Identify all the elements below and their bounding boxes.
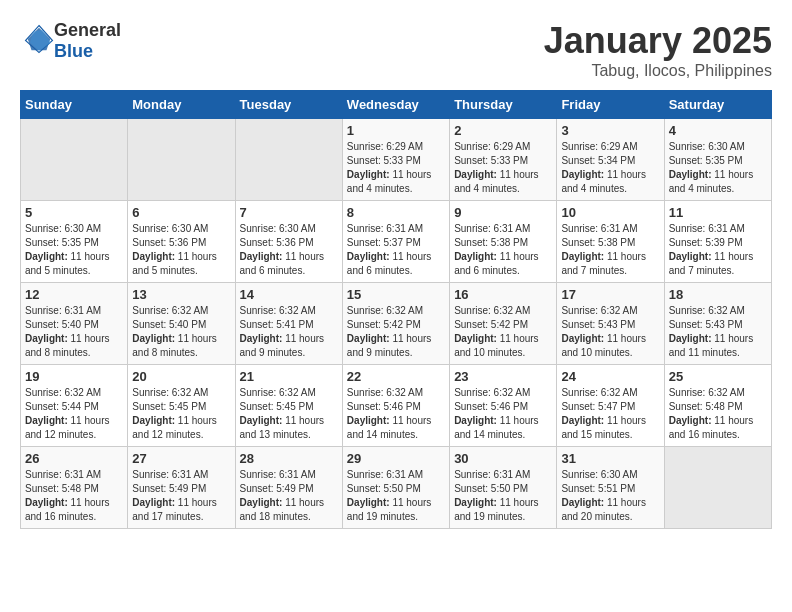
day-cell: 31Sunrise: 6:30 AMSunset: 5:51 PMDayligh… bbox=[557, 447, 664, 529]
header-cell-tuesday: Tuesday bbox=[235, 91, 342, 119]
logo: General Blue bbox=[20, 20, 121, 62]
day-number: 2 bbox=[454, 123, 552, 138]
calendar-header: SundayMondayTuesdayWednesdayThursdayFrid… bbox=[21, 91, 772, 119]
day-info: Sunrise: 6:31 AMSunset: 5:48 PMDaylight:… bbox=[25, 468, 123, 524]
day-info: Sunrise: 6:32 AMSunset: 5:45 PMDaylight:… bbox=[132, 386, 230, 442]
logo-image bbox=[20, 24, 54, 58]
day-info: Sunrise: 6:29 AMSunset: 5:34 PMDaylight:… bbox=[561, 140, 659, 196]
day-info: Sunrise: 6:32 AMSunset: 5:46 PMDaylight:… bbox=[347, 386, 445, 442]
day-number: 6 bbox=[132, 205, 230, 220]
day-number: 9 bbox=[454, 205, 552, 220]
day-number: 31 bbox=[561, 451, 659, 466]
day-number: 1 bbox=[347, 123, 445, 138]
day-cell: 15Sunrise: 6:32 AMSunset: 5:42 PMDayligh… bbox=[342, 283, 449, 365]
day-info: Sunrise: 6:29 AMSunset: 5:33 PMDaylight:… bbox=[347, 140, 445, 196]
calendar-table: SundayMondayTuesdayWednesdayThursdayFrid… bbox=[20, 90, 772, 529]
day-info: Sunrise: 6:32 AMSunset: 5:46 PMDaylight:… bbox=[454, 386, 552, 442]
calendar-subtitle: Tabug, Ilocos, Philippines bbox=[544, 62, 772, 80]
header-cell-monday: Monday bbox=[128, 91, 235, 119]
day-cell: 20Sunrise: 6:32 AMSunset: 5:45 PMDayligh… bbox=[128, 365, 235, 447]
day-number: 12 bbox=[25, 287, 123, 302]
day-info: Sunrise: 6:30 AMSunset: 5:35 PMDaylight:… bbox=[669, 140, 767, 196]
day-cell: 9Sunrise: 6:31 AMSunset: 5:38 PMDaylight… bbox=[450, 201, 557, 283]
week-row-3: 12Sunrise: 6:31 AMSunset: 5:40 PMDayligh… bbox=[21, 283, 772, 365]
day-number: 17 bbox=[561, 287, 659, 302]
day-cell: 10Sunrise: 6:31 AMSunset: 5:38 PMDayligh… bbox=[557, 201, 664, 283]
day-info: Sunrise: 6:31 AMSunset: 5:40 PMDaylight:… bbox=[25, 304, 123, 360]
day-number: 26 bbox=[25, 451, 123, 466]
day-number: 5 bbox=[25, 205, 123, 220]
header-cell-wednesday: Wednesday bbox=[342, 91, 449, 119]
day-info: Sunrise: 6:31 AMSunset: 5:49 PMDaylight:… bbox=[132, 468, 230, 524]
day-cell: 1Sunrise: 6:29 AMSunset: 5:33 PMDaylight… bbox=[342, 119, 449, 201]
day-info: Sunrise: 6:31 AMSunset: 5:38 PMDaylight:… bbox=[454, 222, 552, 278]
day-cell: 26Sunrise: 6:31 AMSunset: 5:48 PMDayligh… bbox=[21, 447, 128, 529]
day-cell bbox=[128, 119, 235, 201]
day-cell: 18Sunrise: 6:32 AMSunset: 5:43 PMDayligh… bbox=[664, 283, 771, 365]
title-area: January 2025 Tabug, Ilocos, Philippines bbox=[544, 20, 772, 80]
header-cell-friday: Friday bbox=[557, 91, 664, 119]
calendar-title: January 2025 bbox=[544, 20, 772, 62]
header-row: SundayMondayTuesdayWednesdayThursdayFrid… bbox=[21, 91, 772, 119]
day-cell: 2Sunrise: 6:29 AMSunset: 5:33 PMDaylight… bbox=[450, 119, 557, 201]
day-info: Sunrise: 6:32 AMSunset: 5:41 PMDaylight:… bbox=[240, 304, 338, 360]
day-info: Sunrise: 6:29 AMSunset: 5:33 PMDaylight:… bbox=[454, 140, 552, 196]
calendar-body: 1Sunrise: 6:29 AMSunset: 5:33 PMDaylight… bbox=[21, 119, 772, 529]
day-cell: 3Sunrise: 6:29 AMSunset: 5:34 PMDaylight… bbox=[557, 119, 664, 201]
day-number: 28 bbox=[240, 451, 338, 466]
day-info: Sunrise: 6:32 AMSunset: 5:43 PMDaylight:… bbox=[561, 304, 659, 360]
day-cell: 29Sunrise: 6:31 AMSunset: 5:50 PMDayligh… bbox=[342, 447, 449, 529]
day-info: Sunrise: 6:32 AMSunset: 5:47 PMDaylight:… bbox=[561, 386, 659, 442]
day-info: Sunrise: 6:30 AMSunset: 5:36 PMDaylight:… bbox=[132, 222, 230, 278]
day-number: 13 bbox=[132, 287, 230, 302]
day-info: Sunrise: 6:31 AMSunset: 5:38 PMDaylight:… bbox=[561, 222, 659, 278]
day-number: 11 bbox=[669, 205, 767, 220]
day-number: 27 bbox=[132, 451, 230, 466]
day-info: Sunrise: 6:32 AMSunset: 5:44 PMDaylight:… bbox=[25, 386, 123, 442]
week-row-2: 5Sunrise: 6:30 AMSunset: 5:35 PMDaylight… bbox=[21, 201, 772, 283]
day-cell bbox=[21, 119, 128, 201]
day-cell: 13Sunrise: 6:32 AMSunset: 5:40 PMDayligh… bbox=[128, 283, 235, 365]
day-cell: 30Sunrise: 6:31 AMSunset: 5:50 PMDayligh… bbox=[450, 447, 557, 529]
day-number: 18 bbox=[669, 287, 767, 302]
week-row-5: 26Sunrise: 6:31 AMSunset: 5:48 PMDayligh… bbox=[21, 447, 772, 529]
day-cell: 19Sunrise: 6:32 AMSunset: 5:44 PMDayligh… bbox=[21, 365, 128, 447]
day-number: 3 bbox=[561, 123, 659, 138]
day-cell: 16Sunrise: 6:32 AMSunset: 5:42 PMDayligh… bbox=[450, 283, 557, 365]
day-number: 8 bbox=[347, 205, 445, 220]
day-cell: 22Sunrise: 6:32 AMSunset: 5:46 PMDayligh… bbox=[342, 365, 449, 447]
day-cell bbox=[235, 119, 342, 201]
header-cell-thursday: Thursday bbox=[450, 91, 557, 119]
day-info: Sunrise: 6:31 AMSunset: 5:37 PMDaylight:… bbox=[347, 222, 445, 278]
day-cell: 23Sunrise: 6:32 AMSunset: 5:46 PMDayligh… bbox=[450, 365, 557, 447]
day-number: 21 bbox=[240, 369, 338, 384]
day-cell bbox=[664, 447, 771, 529]
day-number: 20 bbox=[132, 369, 230, 384]
day-info: Sunrise: 6:30 AMSunset: 5:36 PMDaylight:… bbox=[240, 222, 338, 278]
day-info: Sunrise: 6:30 AMSunset: 5:51 PMDaylight:… bbox=[561, 468, 659, 524]
day-number: 10 bbox=[561, 205, 659, 220]
day-cell: 4Sunrise: 6:30 AMSunset: 5:35 PMDaylight… bbox=[664, 119, 771, 201]
day-info: Sunrise: 6:32 AMSunset: 5:48 PMDaylight:… bbox=[669, 386, 767, 442]
day-info: Sunrise: 6:31 AMSunset: 5:50 PMDaylight:… bbox=[454, 468, 552, 524]
day-info: Sunrise: 6:31 AMSunset: 5:49 PMDaylight:… bbox=[240, 468, 338, 524]
day-number: 29 bbox=[347, 451, 445, 466]
day-info: Sunrise: 6:32 AMSunset: 5:42 PMDaylight:… bbox=[347, 304, 445, 360]
day-cell: 25Sunrise: 6:32 AMSunset: 5:48 PMDayligh… bbox=[664, 365, 771, 447]
day-cell: 28Sunrise: 6:31 AMSunset: 5:49 PMDayligh… bbox=[235, 447, 342, 529]
day-cell: 5Sunrise: 6:30 AMSunset: 5:35 PMDaylight… bbox=[21, 201, 128, 283]
logo-general: General bbox=[54, 20, 121, 40]
day-number: 7 bbox=[240, 205, 338, 220]
day-number: 4 bbox=[669, 123, 767, 138]
day-cell: 24Sunrise: 6:32 AMSunset: 5:47 PMDayligh… bbox=[557, 365, 664, 447]
logo-text: General Blue bbox=[54, 20, 121, 62]
day-cell: 7Sunrise: 6:30 AMSunset: 5:36 PMDaylight… bbox=[235, 201, 342, 283]
header: General Blue January 2025 Tabug, Ilocos,… bbox=[20, 20, 772, 80]
day-info: Sunrise: 6:31 AMSunset: 5:39 PMDaylight:… bbox=[669, 222, 767, 278]
day-cell: 12Sunrise: 6:31 AMSunset: 5:40 PMDayligh… bbox=[21, 283, 128, 365]
day-cell: 17Sunrise: 6:32 AMSunset: 5:43 PMDayligh… bbox=[557, 283, 664, 365]
day-cell: 8Sunrise: 6:31 AMSunset: 5:37 PMDaylight… bbox=[342, 201, 449, 283]
day-cell: 27Sunrise: 6:31 AMSunset: 5:49 PMDayligh… bbox=[128, 447, 235, 529]
day-cell: 11Sunrise: 6:31 AMSunset: 5:39 PMDayligh… bbox=[664, 201, 771, 283]
day-info: Sunrise: 6:32 AMSunset: 5:42 PMDaylight:… bbox=[454, 304, 552, 360]
